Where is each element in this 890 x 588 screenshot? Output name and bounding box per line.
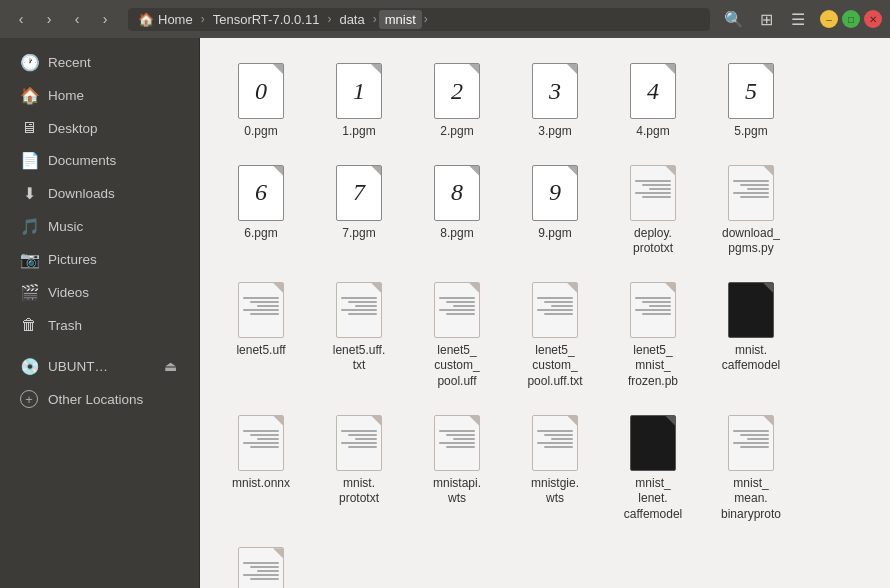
- videos-icon: 🎬: [20, 283, 38, 302]
- file-item[interactable]: lenet5.uff. txt: [314, 273, 404, 398]
- sidebar-item-trash[interactable]: 🗑 Trash: [4, 310, 195, 340]
- dark-icon: [728, 282, 774, 338]
- file-name-label: 4.pgm: [636, 124, 669, 140]
- doc-icon: [728, 415, 774, 471]
- doc-icon: [238, 282, 284, 338]
- doc-line: [250, 446, 279, 448]
- sidebar-desktop-label: Desktop: [48, 121, 98, 136]
- file-item[interactable]: lenet5_ custom_ pool.uff.txt: [510, 273, 600, 398]
- doc-line: [642, 196, 671, 198]
- file-icon-wrapper: [529, 414, 581, 472]
- file-name-label: lenet5.uff. txt: [333, 343, 386, 374]
- doc-line: [551, 305, 573, 307]
- doc-icon: [238, 415, 284, 471]
- recent-icon: 🕐: [20, 53, 38, 72]
- file-item[interactable]: mnist.onnx: [216, 406, 306, 531]
- doc-line: [439, 309, 475, 311]
- file-item[interactable]: README. md: [216, 538, 306, 588]
- breadcrumb-data[interactable]: data: [333, 10, 370, 29]
- sidebar-item-documents[interactable]: 📄 Documents: [4, 145, 195, 176]
- doc-line: [537, 309, 573, 311]
- back-button[interactable]: ‹: [8, 6, 34, 32]
- file-item[interactable]: deploy. prototxt: [608, 156, 698, 265]
- file-icon-wrapper: 8: [431, 164, 483, 222]
- eject-button[interactable]: ⏏: [162, 356, 179, 376]
- sep2: ›: [327, 12, 331, 26]
- file-item[interactable]: 9 9.pgm: [510, 156, 600, 265]
- doc-line: [642, 184, 671, 186]
- file-item[interactable]: 1 1.pgm: [314, 54, 404, 148]
- sidebar: 🕐 Recent 🏠 Home 🖥 Desktop 📄 Documents ⬇ …: [0, 38, 200, 588]
- file-icon-wrapper: 6: [235, 164, 287, 222]
- doc-line: [257, 570, 279, 572]
- doc-line: [453, 305, 475, 307]
- menu-button[interactable]: ☰: [784, 5, 812, 33]
- pgm-icon: 4: [630, 63, 676, 119]
- doc-line: [446, 301, 475, 303]
- breadcrumb-mnist[interactable]: mnist: [379, 10, 422, 29]
- breadcrumb-home[interactable]: 🏠 Home: [132, 10, 199, 29]
- file-icon-wrapper: 7: [333, 164, 385, 222]
- doc-line: [733, 180, 769, 182]
- file-item[interactable]: 8 8.pgm: [412, 156, 502, 265]
- close-button[interactable]: ✕: [864, 10, 882, 28]
- file-item[interactable]: lenet5_ custom_ pool.uff: [412, 273, 502, 398]
- file-icon-wrapper: 2: [431, 62, 483, 120]
- file-item[interactable]: mnistgie. wts: [510, 406, 600, 531]
- file-grid: 0 0.pgm 1 1.pgm 2 2.pgm 3 3.pgm 4 4.pgm …: [216, 54, 874, 588]
- breadcrumb-mnist-label: mnist: [385, 12, 416, 27]
- search-button[interactable]: 🔍: [720, 5, 748, 33]
- file-item[interactable]: lenet5.uff: [216, 273, 306, 398]
- pgm-icon: 3: [532, 63, 578, 119]
- doc-line: [257, 305, 279, 307]
- sidebar-pictures-label: Pictures: [48, 252, 97, 267]
- view-toggle-button[interactable]: ⊞: [752, 5, 780, 33]
- file-name-label: mnistgie. wts: [531, 476, 579, 507]
- file-content: 0 0.pgm 1 1.pgm 2 2.pgm 3 3.pgm 4 4.pgm …: [200, 38, 890, 588]
- file-item[interactable]: 4 4.pgm: [608, 54, 698, 148]
- file-item[interactable]: download_ pgms.py: [706, 156, 796, 265]
- file-item[interactable]: lenet5_ mnist_ frozen.pb: [608, 273, 698, 398]
- file-item[interactable]: 5 5.pgm: [706, 54, 796, 148]
- file-item[interactable]: mnist_ lenet. caffemodel: [608, 406, 698, 531]
- breadcrumb-tensorrt[interactable]: TensorRT-7.0.0.11: [207, 10, 326, 29]
- sidebar-item-other-locations[interactable]: + Other Locations: [4, 384, 195, 414]
- file-item[interactable]: 7 7.pgm: [314, 156, 404, 265]
- back2-button[interactable]: ‹: [64, 6, 90, 32]
- file-icon-wrapper: [235, 546, 287, 588]
- maximize-button[interactable]: □: [842, 10, 860, 28]
- doc-icon: [238, 547, 284, 588]
- sidebar-item-pictures[interactable]: 📷 Pictures: [4, 244, 195, 275]
- pgm-icon: 9: [532, 165, 578, 221]
- sidebar-item-downloads[interactable]: ⬇ Downloads: [4, 178, 195, 209]
- doc-line: [446, 313, 475, 315]
- titlebar-actions: 🔍 ⊞ ☰: [720, 5, 812, 33]
- doc-line: [243, 297, 279, 299]
- file-name-label: 1.pgm: [342, 124, 375, 140]
- sidebar-item-music[interactable]: 🎵 Music: [4, 211, 195, 242]
- forward-button[interactable]: ›: [36, 6, 62, 32]
- sidebar-item-videos[interactable]: 🎬 Videos: [4, 277, 195, 308]
- doc-line: [250, 313, 279, 315]
- file-name-label: 8.pgm: [440, 226, 473, 242]
- sidebar-item-desktop[interactable]: 🖥 Desktop: [4, 113, 195, 143]
- sidebar-item-drive[interactable]: 💿 UBUNT… ⏏: [4, 350, 195, 382]
- sidebar-downloads-label: Downloads: [48, 186, 115, 201]
- sidebar-item-home[interactable]: 🏠 Home: [4, 80, 195, 111]
- file-item[interactable]: 0 0.pgm: [216, 54, 306, 148]
- file-item[interactable]: 6 6.pgm: [216, 156, 306, 265]
- doc-line: [747, 438, 769, 440]
- file-item[interactable]: mnist. prototxt: [314, 406, 404, 531]
- file-item[interactable]: mnistapi. wts: [412, 406, 502, 531]
- doc-line: [544, 446, 573, 448]
- file-item[interactable]: 2 2.pgm: [412, 54, 502, 148]
- file-item[interactable]: 3 3.pgm: [510, 54, 600, 148]
- file-item[interactable]: mnist_ mean. binaryproto: [706, 406, 796, 531]
- sidebar-other-label: Other Locations: [48, 392, 143, 407]
- sidebar-music-label: Music: [48, 219, 83, 234]
- doc-line: [544, 301, 573, 303]
- sidebar-item-recent[interactable]: 🕐 Recent: [4, 47, 195, 78]
- forward2-button[interactable]: ›: [92, 6, 118, 32]
- file-item[interactable]: mnist. caffemodel: [706, 273, 796, 398]
- minimize-button[interactable]: –: [820, 10, 838, 28]
